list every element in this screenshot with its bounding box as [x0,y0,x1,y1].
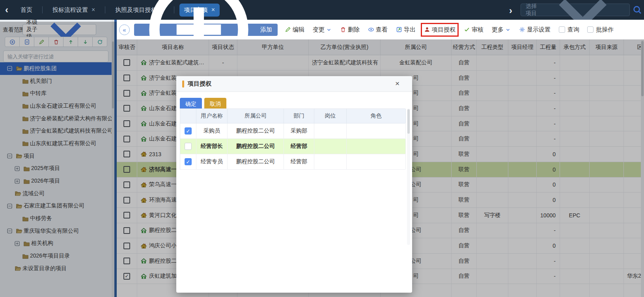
row-checkbox[interactable] [123,136,130,142]
toolbar-button-export[interactable]: 导出 [396,26,416,34]
sidebar-scrollbar[interactable] [112,20,114,297]
tree-item[interactable]: 济宁金桥装配式桥梁大构件有限公司 [0,112,112,125]
collapse-sidebar-button[interactable]: « [119,24,130,35]
row-checkbox[interactable] [123,59,130,66]
doc-add-button[interactable] [19,37,34,47]
project-name: 荣乌高速一 [149,181,177,188]
tree-item[interactable]: 2026年项目目录 [0,250,112,262]
cell-mode: 自营 [452,223,477,238]
tab-1[interactable]: 投标流程设置× [48,4,100,17]
expander-minus-icon[interactable] [7,153,12,159]
row-checkbox[interactable] [123,151,130,157]
row-checkbox[interactable] [123,166,130,173]
row-checkbox[interactable] [123,90,130,97]
row-checkbox[interactable] [123,75,130,81]
search-icon[interactable] [633,5,642,15]
tabs-scroll-left-icon[interactable]: ‹ [0,4,13,15]
tree-item[interactable]: 济宁金虹装配式建筑科技有限公司 [0,125,112,137]
expander-minus-icon[interactable] [7,66,12,71]
tree-item[interactable]: 中转库 [0,87,112,100]
tree-search-input[interactable] [3,50,108,62]
project-select-dropdown[interactable]: 选择项目 [521,4,630,16]
toolbar-button-more[interactable]: 更多 [492,26,511,34]
cell-type [477,162,508,177]
cell-contract [560,284,590,297]
gear-icon [519,26,525,33]
eye-icon [368,26,374,33]
expander-minus-icon[interactable] [7,204,12,209]
pencil-button[interactable] [34,37,49,47]
users-table-row[interactable]: ✓采购员鹏程控股二公司采购部 [180,123,405,139]
tree-item[interactable]: 重庆瑞华实业有限公司 [0,225,112,237]
toolbar-button-check-audit[interactable]: 审核 [464,26,483,34]
expander-minus-icon[interactable] [7,228,12,233]
tree-item[interactable]: 流域公司 [0,187,112,200]
toolbar-button-person[interactable]: 项目授权 [424,26,455,34]
tree-item[interactable]: 机关部门 [0,75,112,88]
toolbar-button-trash[interactable]: 删除 [340,26,360,34]
tab-0[interactable]: 首页 [16,4,37,17]
cell-manager [508,86,537,101]
users-table-row[interactable]: ✓经营专员鹏程控股二公司经营部 [180,154,405,170]
users-column-header-role: 角色 [347,109,406,123]
tree-item[interactable]: 山东庆虹建筑工程有限公司 [0,137,112,150]
tree-item[interactable]: 2026年项目 [0,175,112,187]
row-checkbox[interactable] [123,120,130,127]
modal-title: 项目授权 [188,80,211,88]
user-checkbox[interactable]: ✓ [185,158,192,165]
row-checkbox[interactable] [123,243,130,249]
toolbar-button-gear[interactable]: 显示设置 [519,26,551,34]
user-checkbox[interactable]: ✓ [185,127,192,134]
close-tab-icon[interactable]: × [91,6,95,13]
toolbar-button-eye[interactable]: 查看 [368,26,388,34]
toolbar-button-pencil[interactable]: 编辑 [285,26,304,34]
users-table-row[interactable]: ✓经营部长鹏程控股二公司经营部 [180,139,405,154]
tree-item-label: 未设置目录的项目 [22,265,67,272]
row-checkbox[interactable] [123,181,130,188]
project-name: 山东金石建 [149,105,177,112]
cell-source [590,116,624,131]
expander-plus-icon[interactable] [15,241,20,246]
toolbar-button-more[interactable]: 变更 [313,26,332,34]
close-icon[interactable]: × [395,80,399,87]
cell-type [477,238,508,253]
cell-manager [508,101,537,116]
tree-item[interactable]: 相关机构 [0,237,112,250]
arrow-down-button[interactable] [78,37,93,47]
user-checkbox[interactable]: ✓ [185,143,192,150]
row-checkbox[interactable] [123,197,130,204]
table-scrollbar-thumb[interactable] [641,41,644,96]
checkbox-批操作[interactable]: 批操作 [587,26,614,34]
tree-item[interactable]: 鹏程控股集团 [0,62,112,75]
row-checkbox[interactable] [123,258,130,264]
checkbox-icon[interactable] [587,26,594,33]
expander-plus-icon[interactable] [15,179,20,184]
tree-item[interactable]: 山东金石建设工程有限公司 [0,100,112,112]
tree-item[interactable]: 未设置目录的项目 [0,262,112,275]
table-row[interactable]: 济宁金虹装配式建筑…-济宁金虹装配式建筑科技有金虹装配公司自营- [117,55,644,71]
circle-plus-button[interactable] [5,37,20,47]
add-button[interactable]: 添加 [134,24,278,36]
arrow-up-button[interactable] [63,37,78,47]
tabs-scroll-right-icon[interactable]: › [504,5,517,16]
expander-plus-icon[interactable] [15,166,20,171]
checkbox-icon[interactable] [559,26,565,33]
row-checkbox[interactable] [123,227,130,234]
tree-item[interactable]: 中移劳务 [0,212,112,225]
tree-item[interactable]: 项目 [0,150,112,163]
modal-scrollbar[interactable] [407,108,410,245]
tree-item[interactable]: 石家庄建工集团有限公司 [0,200,112,213]
modal-scrollbar-thumb[interactable] [407,109,410,134]
tree-item[interactable]: 2025年项目 [0,163,112,175]
row-checkbox[interactable] [123,105,130,112]
row-checkbox[interactable]: ✓ [123,273,130,280]
refresh-button[interactable] [92,37,107,47]
checkbox-查询[interactable]: 查询 [559,26,579,34]
scope-select[interactable]: 本级及子级 [22,24,96,35]
users-cell-check: ✓ [180,139,196,154]
trash-button[interactable] [49,37,63,47]
row-checkbox[interactable] [123,212,130,219]
cell-check [117,147,137,162]
table-scrollbar[interactable] [641,39,644,297]
sidebar-scrollbar-thumb[interactable] [112,41,114,108]
